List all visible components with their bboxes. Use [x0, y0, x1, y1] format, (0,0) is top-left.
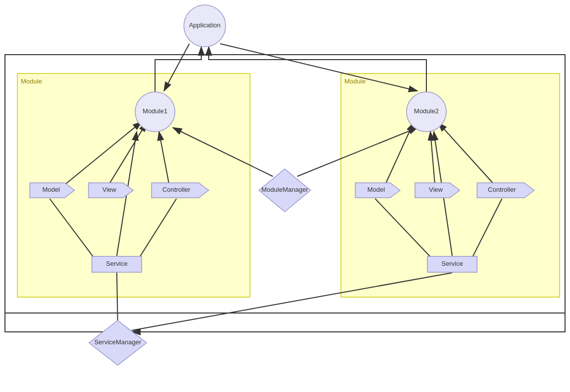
model1-label: Model	[42, 186, 60, 193]
modulemanager-label: ModuleManager	[261, 186, 309, 193]
controller2-label: Controller	[488, 186, 516, 193]
application-label: Application	[189, 21, 221, 29]
module1-label: Module1	[143, 107, 167, 115]
module1-box-label: Module	[21, 78, 42, 85]
controller1-label: Controller	[163, 186, 191, 193]
servicemanager-label: ServiceManager	[94, 338, 142, 346]
view2-label: View	[429, 186, 443, 193]
module2-label: Module2	[414, 107, 439, 115]
view1-label: View	[102, 186, 117, 193]
module2-box-label: Module	[344, 78, 366, 85]
diagram-canvas: Module Module	[0, 0, 570, 392]
model2-label: Model	[367, 186, 385, 193]
service2-label: Service	[441, 260, 463, 267]
service1-label: Service	[106, 260, 127, 267]
